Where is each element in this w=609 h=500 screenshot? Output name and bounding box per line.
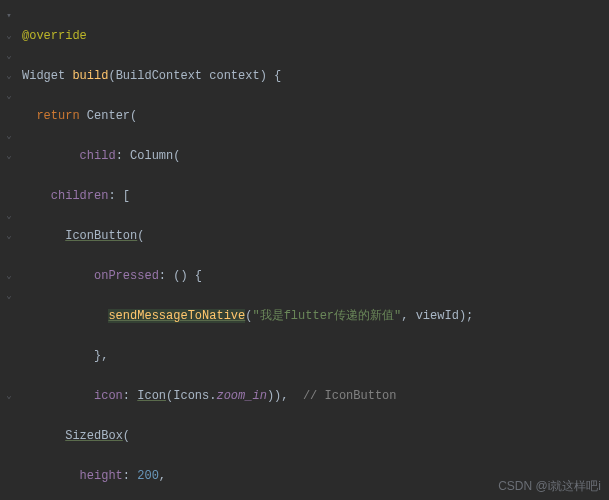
code-line[interactable]: @override [22,26,505,46]
fold-icon[interactable]: ⌄ [0,66,18,86]
fold-icon[interactable]: ⌄ [0,286,18,306]
code-line[interactable]: IconButton( [22,226,505,246]
code-line[interactable]: sendMessageToNative("我是flutter传递的新值", vi… [22,306,505,326]
watermark: CSDN @i就这样吧i [498,476,601,496]
fold-icon[interactable]: ⌄ [0,206,18,226]
code-line[interactable]: height: 200, [22,466,505,486]
fold-icon[interactable]: ⌄ [0,386,18,406]
fold-icon[interactable]: ⌄ [0,26,18,46]
fold-icon[interactable]: ⌄ [0,266,18,286]
fold-icon[interactable]: ⌄ [0,226,18,246]
code-line[interactable]: icon: Icon(Icons.zoom_in)), // IconButto… [22,386,505,406]
code-line[interactable]: onPressed: () { [22,266,505,286]
fold-icon[interactable]: ⌄ [0,46,18,66]
fold-icon[interactable]: ⌄ [0,86,18,106]
fold-gutter: ▾ ⌄ ⌄ ⌄ ⌄ ⌄ ⌄ ⌄ ⌄ ⌄ ⌄ ⌄ [0,0,18,500]
code-editor[interactable]: ▾ ⌄ ⌄ ⌄ ⌄ ⌄ ⌄ ⌄ ⌄ ⌄ ⌄ ⌄ @override Widget… [0,0,609,500]
code-line[interactable]: SizedBox( [22,426,505,446]
code-line[interactable]: return Center( [22,106,505,126]
code-line[interactable]: }, [22,346,505,366]
code-line[interactable]: child: Column( [22,146,505,166]
code-line[interactable]: Widget build(BuildContext context) { [22,66,505,86]
fold-icon[interactable]: ▾ [0,6,18,26]
fold-icon[interactable]: ⌄ [0,126,18,146]
fold-icon[interactable]: ⌄ [0,146,18,166]
code-area[interactable]: @override Widget build(BuildContext cont… [18,0,505,500]
code-line[interactable]: children: [ [22,186,505,206]
